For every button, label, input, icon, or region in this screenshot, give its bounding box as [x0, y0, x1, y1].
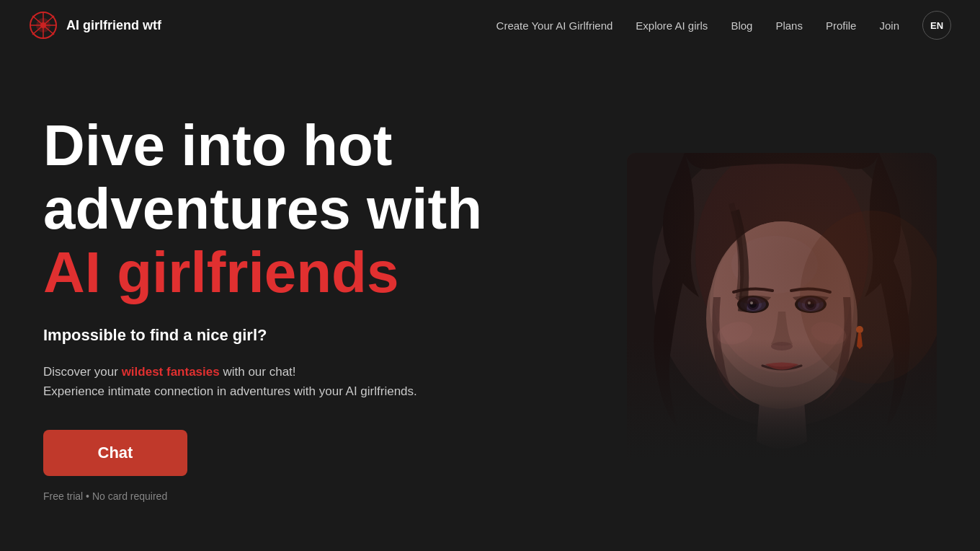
nav-item-join[interactable]: Join — [879, 19, 899, 32]
svg-point-9 — [695, 153, 868, 362]
svg-point-19 — [750, 301, 753, 304]
hero-desc-line2: Experience intimate connection in advent… — [43, 384, 417, 398]
svg-point-28 — [808, 318, 849, 348]
ai-girlfriend-image — [627, 153, 937, 463]
hero-title: Dive into hot adventures with AI girlfri… — [43, 114, 598, 304]
navbar: AI girlfriend wtf Create Your AI Girlfri… — [0, 0, 980, 50]
svg-point-20 — [795, 296, 827, 313]
free-trial-text: Free trial • No card required — [43, 490, 598, 502]
svg-rect-7 — [627, 153, 937, 463]
svg-point-21 — [798, 297, 824, 312]
svg-rect-31 — [627, 398, 937, 463]
hero-image — [627, 153, 937, 463]
language-button[interactable]: EN — [922, 11, 951, 40]
nav-item-create[interactable]: Create Your AI Girlfriend — [496, 19, 613, 32]
hero-subtitle: Impossible to find a nice girl? — [43, 326, 598, 345]
svg-point-15 — [740, 297, 766, 312]
hero-image-placeholder — [627, 153, 937, 463]
svg-point-29 — [856, 326, 863, 333]
svg-point-25 — [808, 301, 811, 304]
svg-point-11 — [710, 221, 854, 387]
svg-point-13 — [731, 236, 818, 294]
nav-item-profile[interactable]: Profile — [826, 19, 857, 32]
hero-desc-before: Discover your — [43, 365, 122, 379]
svg-point-24 — [807, 301, 814, 308]
nav-item-explore[interactable]: Explore AI girls — [636, 19, 708, 32]
svg-point-10 — [706, 229, 858, 409]
hero-section: Dive into hot adventures with AI girlfri… — [0, 50, 980, 551]
logo-link[interactable]: AI girlfriend wtf — [29, 11, 161, 40]
svg-point-6 — [40, 22, 46, 28]
svg-point-14 — [737, 296, 769, 313]
svg-point-8 — [652, 153, 912, 427]
hero-title-line1: Dive into hot adventures with — [43, 113, 482, 241]
logo-text: AI girlfriend wtf — [66, 18, 161, 33]
nav-item-blog[interactable]: Blog — [731, 19, 752, 32]
hero-title-line2: AI girlfriends — [43, 240, 398, 304]
svg-point-30 — [800, 211, 937, 384]
svg-point-23 — [805, 299, 816, 310]
hero-desc-highlight: wildest fantasies — [122, 365, 220, 379]
chat-button[interactable]: Chat — [43, 430, 187, 476]
logo-icon — [29, 11, 58, 40]
svg-point-12 — [713, 221, 850, 373]
hero-desc-after: with our chat! — [220, 365, 296, 379]
svg-point-27 — [715, 318, 755, 348]
hero-content: Dive into hot adventures with AI girlfri… — [43, 114, 598, 502]
svg-point-17 — [747, 299, 759, 310]
svg-point-26 — [771, 342, 793, 351]
svg-point-16 — [744, 298, 762, 311]
hero-description: Discover your wildest fantasies with our… — [43, 362, 598, 401]
svg-point-18 — [749, 301, 757, 308]
svg-point-22 — [802, 298, 819, 311]
nav-item-plans[interactable]: Plans — [775, 19, 803, 32]
nav-links: Create Your AI Girlfriend Explore AI gir… — [496, 11, 951, 40]
